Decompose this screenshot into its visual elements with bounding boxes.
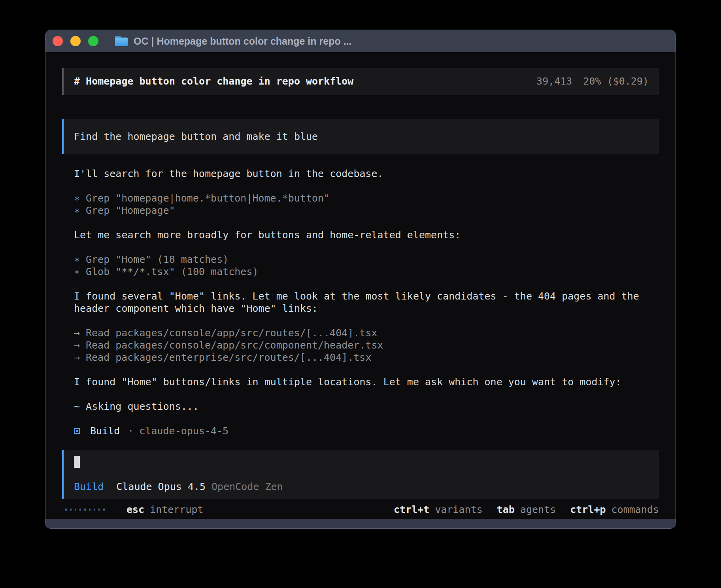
assistant-paragraph: I found several "Home" links. Let me loo…	[74, 290, 659, 315]
hint-interrupt: esc interrupt	[126, 503, 204, 516]
tool-call-group: ∗ Grep "homepage|home.*button|Home.*butt…	[74, 192, 659, 217]
assistant-paragraph: I found "Home" buttons/links in multiple…	[74, 376, 659, 388]
tool-arrow-icon: →	[74, 327, 80, 339]
tool-call-text: Glob "**/*.tsx" (100 matches)	[86, 266, 259, 278]
separator-dot: ·	[128, 425, 134, 437]
input-provider-name: OpenCode Zen	[211, 481, 283, 493]
tool-asterisk-icon: ∗	[74, 192, 80, 204]
tool-call-read: → Read packages/console/app/src/componen…	[74, 339, 659, 351]
keyboard-hints: ctrl+t variants tab agents ctrl+p comman…	[394, 503, 659, 516]
terminal-content: # Homepage button color change in repo w…	[45, 52, 676, 519]
status-footer: esc interrupt ctrl+t variants tab agents…	[62, 503, 659, 516]
agent-name: Build	[90, 425, 120, 437]
hint-variants: ctrl+t variants	[394, 503, 483, 516]
tool-call-text: Read packages/console/app/src/component/…	[86, 339, 383, 351]
token-count: 39,413	[536, 75, 572, 87]
window-bottom-edge	[45, 519, 676, 528]
model-name: claude-opus-4-5	[139, 425, 228, 437]
tool-asterisk-icon: ∗	[74, 253, 80, 266]
tool-call-read: → Read packages/console/app/src/routes/[…	[74, 327, 659, 339]
tool-call-group: ∗ Grep "Home" (18 matches) ∗ Glob "**/*.…	[74, 253, 659, 278]
tool-call-text: Read packages/console/app/src/routes/[..…	[86, 327, 377, 339]
hint-commands: ctrl+p commands	[570, 503, 659, 516]
window-titlebar[interactable]: OC | Homepage button color change in rep…	[45, 30, 676, 52]
tool-call-text: Grep "Home" (18 matches)	[86, 253, 228, 266]
tool-arrow-icon: →	[74, 339, 80, 351]
window-title: OC | Homepage button color change in rep…	[134, 36, 351, 47]
session-title: # Homepage button color change in repo w…	[74, 75, 353, 87]
tool-asterisk-icon: ∗	[74, 266, 80, 278]
spinner-dots	[65, 509, 105, 511]
input-status-row: Build Claude Opus 4.5 OpenCode Zen	[74, 481, 649, 493]
assistant-paragraph: Let me search more broadly for buttons a…	[74, 229, 659, 241]
tool-call-glob: ∗ Glob "**/*.tsx" (100 matches)	[74, 266, 659, 278]
tool-call-grep: ∗ Grep "Homepage"	[74, 204, 659, 217]
terminal-window: OC | Homepage button color change in rep…	[45, 30, 676, 529]
assistant-response: I'll search for the homepage button in t…	[74, 168, 659, 437]
tool-call-grep: ∗ Grep "homepage|home.*button|Home.*butt…	[74, 192, 659, 204]
session-header: # Homepage button color change in repo w…	[62, 68, 659, 95]
activity-status: ~ Asking questions...	[74, 400, 659, 413]
prompt-input[interactable]: Build Claude Opus 4.5 OpenCode Zen	[62, 450, 659, 499]
agent-build-icon	[74, 428, 80, 434]
hint-agents: tab agents	[497, 503, 556, 516]
user-message-text: Find the homepage button and make it blu…	[74, 131, 318, 142]
zoom-window-button[interactable]	[88, 36, 98, 46]
tool-call-grep: ∗ Grep "Home" (18 matches)	[74, 253, 659, 266]
assistant-paragraph: I'll search for the homepage button in t…	[74, 168, 659, 180]
traffic-lights	[45, 36, 98, 46]
tool-call-text: Grep "homepage|home.*button|Home.*button…	[86, 192, 330, 204]
minimize-window-button[interactable]	[70, 36, 81, 46]
tool-call-group: → Read packages/console/app/src/routes/[…	[74, 327, 659, 364]
folder-icon	[115, 36, 128, 46]
tool-arrow-icon: →	[74, 351, 80, 364]
tool-call-text: Grep "Homepage"	[86, 204, 175, 217]
close-window-button[interactable]	[53, 36, 63, 46]
text-cursor	[74, 456, 80, 468]
esc-key: esc	[126, 503, 144, 516]
input-agent-name[interactable]: Build	[74, 481, 104, 493]
tool-call-read: → Read packages/enterprise/src/routes/[.…	[74, 351, 659, 364]
input-model-name[interactable]: Claude Opus 4.5	[116, 481, 206, 493]
agent-status-row: Build · claude-opus-4-5	[74, 425, 659, 437]
tool-call-text: Read packages/enterprise/src/routes/[...…	[86, 351, 371, 364]
context-usage-cost: 20% ($0.29)	[583, 75, 649, 87]
tool-asterisk-icon: ∗	[74, 204, 80, 217]
user-message: Find the homepage button and make it blu…	[62, 119, 659, 154]
input-line[interactable]	[74, 456, 649, 468]
session-stats: 39,413 20% ($0.29)	[536, 75, 649, 87]
